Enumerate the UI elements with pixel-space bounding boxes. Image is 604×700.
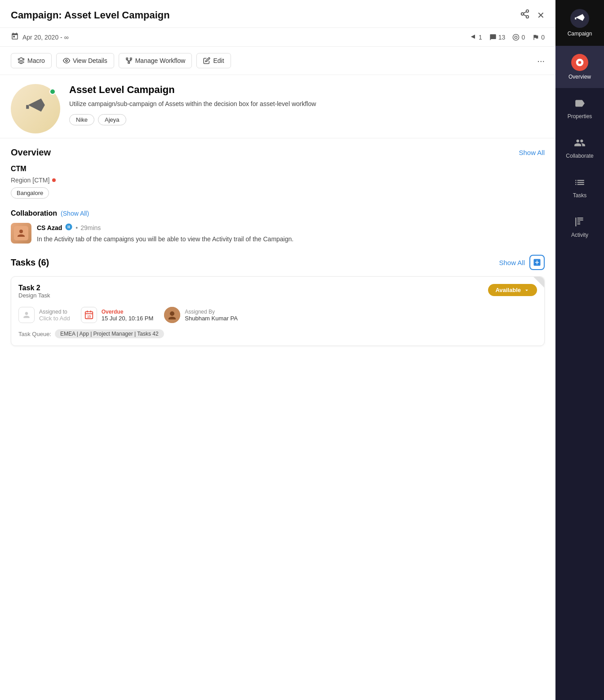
task-assigned-to: Assigned to Click to Add [18, 307, 70, 323]
page-title: Campaign: Asset Level Campaign [11, 9, 170, 21]
queue-value[interactable]: EMEA | App | Project Manager | Tasks 42 [55, 329, 164, 338]
sidebar-item-collaborate[interactable]: Collaborate [555, 128, 604, 167]
svg-point-9 [66, 60, 67, 62]
sidebar-item-overview[interactable]: Overview [555, 46, 604, 88]
collab-bullet: • [76, 224, 78, 231]
svg-point-7 [513, 34, 519, 40]
edit-label: Edit [213, 57, 224, 64]
overdue-value: 15 Jul 20, 10:16 PM [102, 315, 154, 322]
task-name: Task 2 [18, 284, 50, 292]
stat-flag-value: 0 [541, 34, 545, 41]
collaboration-header: Collaboration (Show All) [11, 209, 545, 217]
tasks-title: Tasks (6) [11, 257, 49, 268]
subheader-left: Apr 20, 2020 - ∞ [11, 32, 69, 42]
overview-show-all[interactable]: Show All [519, 149, 545, 156]
collaborator-name-row: CS Azad • 29mins [37, 223, 545, 233]
svg-point-3 [521, 13, 524, 15]
tag-nike[interactable]: Nike [69, 114, 94, 125]
assigned-by-value: Shubham Kumar PA [185, 315, 238, 322]
assigned-by-info: Assigned By Shubham Kumar PA [185, 309, 238, 322]
sidebar-item-campaign[interactable]: Campaign [555, 0, 604, 46]
stat-megaphone-value: 1 [479, 34, 482, 41]
subheader: Apr 20, 2020 - ∞ 1 13 0 0 [0, 28, 555, 47]
tag-ajeya[interactable]: Ajeya [98, 114, 126, 125]
overdue-info: Overdue 15 Jul 20, 10:16 PM [102, 309, 154, 322]
subheader-right: 1 13 0 0 [470, 34, 545, 41]
stat-target-value: 0 [521, 34, 525, 41]
campaign-info: Asset Level Campaign Utilize campaign/su… [69, 84, 545, 125]
sidebar-item-label: Collaborate [566, 153, 593, 159]
assignee-avatar [164, 307, 180, 323]
stat-comments-value: 13 [498, 34, 506, 41]
task-card-header: Task 2 Design Task Available [18, 284, 537, 305]
properties-icon [573, 96, 587, 111]
collaborator-time: 29mins [80, 224, 101, 231]
tasks-icon [573, 175, 587, 190]
collaboration-item: CS Azad • 29mins In the Activity tab of … [11, 223, 545, 244]
header: Campaign: Asset Level Campaign ✕ [0, 0, 555, 28]
campaign-name: Asset Level Campaign [69, 84, 545, 96]
ctm-title: CTM [11, 165, 545, 173]
tasks-header: Tasks (6) Show All [11, 255, 545, 270]
add-task-button[interactable] [529, 255, 545, 270]
svg-text:15: 15 [87, 315, 91, 319]
sidebar-item-label: Properties [568, 113, 592, 120]
svg-point-8 [515, 36, 517, 38]
sidebar-item-activity[interactable]: Activity [555, 207, 604, 246]
assigned-to-value[interactable]: Click to Add [39, 315, 70, 322]
share-icon[interactable] [520, 9, 530, 21]
task-status-label: Available [495, 287, 521, 293]
ctm-region-field: Region [CTM] [11, 177, 545, 184]
sidebar-item-tasks[interactable]: Tasks [555, 167, 604, 207]
toolbar: Macro View Details Manage Workflow Edit … [0, 47, 555, 75]
ctm-region-tag[interactable]: Bangalore [11, 187, 49, 199]
manage-workflow-label: Manage Workflow [135, 57, 186, 64]
collaborator-avatar-img [11, 223, 31, 244]
svg-rect-12 [128, 62, 129, 63]
collaborator-content: CS Azad • 29mins In the Activity tab of … [37, 223, 545, 244]
assigned-to-info: Assigned to Click to Add [39, 309, 70, 322]
sidebar-item-label: Campaign [568, 31, 592, 37]
task-name-group: Task 2 Design Task [18, 284, 50, 305]
task-status-button[interactable]: Available [488, 284, 537, 296]
edit-button[interactable]: Edit [196, 53, 231, 68]
calendar-icon: 15 [81, 307, 97, 323]
macro-label: Macro [27, 57, 45, 64]
tasks-show-all[interactable]: Show All [499, 259, 525, 266]
date-range: Apr 20, 2020 - ∞ [22, 34, 69, 41]
collaboration-section: Collaboration (Show All) CS Azad • [11, 209, 545, 244]
queue-label: Task Queue: [18, 331, 51, 337]
macro-button[interactable]: Macro [11, 53, 52, 68]
campaign-card: Asset Level Campaign Utilize campaign/su… [0, 75, 555, 138]
task-subtitle: Design Task [18, 292, 50, 299]
red-dot-icon [52, 178, 56, 182]
content-area: Overview Show All CTM Region [CTM] Banga… [0, 138, 555, 700]
svg-rect-10 [126, 58, 128, 59]
view-details-button[interactable]: View Details [56, 53, 114, 68]
more-button[interactable]: ··· [537, 56, 545, 66]
manage-workflow-button[interactable]: Manage Workflow [119, 53, 192, 68]
overview-icon [571, 54, 588, 71]
sidebar-item-label: Activity [571, 232, 588, 238]
svg-line-5 [524, 14, 526, 16]
assigned-by-label: Assigned By [185, 309, 238, 315]
sidebar-item-properties[interactable]: Properties [555, 88, 604, 128]
collaborator-avatar [11, 223, 31, 244]
campaign-avatar [11, 84, 60, 133]
sidebar-item-label: Tasks [573, 192, 587, 199]
svg-point-4 [526, 16, 529, 18]
tasks-header-right: Show All [499, 255, 545, 270]
close-icon[interactable]: ✕ [537, 10, 545, 21]
view-details-label: View Details [73, 57, 107, 64]
stat-flag: 0 [532, 34, 545, 41]
calendar-icon [11, 32, 19, 42]
overview-title: Overview [11, 147, 51, 158]
sidebar-item-label: Overview [568, 74, 591, 80]
task-card: Task 2 Design Task Available Assi [11, 276, 545, 346]
task-queue: Task Queue: EMEA | App | Project Manager… [18, 329, 537, 338]
campaign-icon [570, 9, 589, 28]
collaboration-show-all[interactable]: (Show All) [61, 210, 89, 217]
task-assigned-by: Assigned By Shubham Kumar PA [164, 307, 238, 323]
svg-point-1 [578, 61, 582, 64]
stat-target: 0 [512, 34, 525, 41]
